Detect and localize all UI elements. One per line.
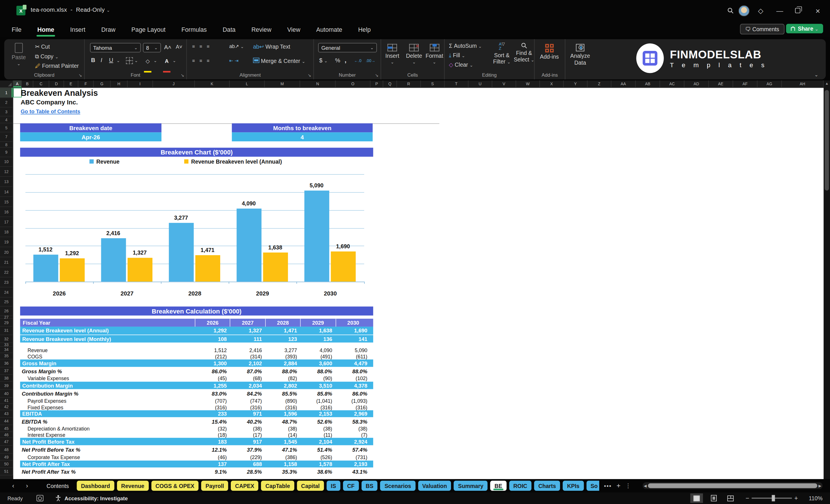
row-header-24[interactable]: 24 xyxy=(0,287,13,297)
wrap-text-button[interactable]: ab↩ Wrap Text xyxy=(253,43,290,50)
row-header-10[interactable]: 10 xyxy=(0,157,13,167)
column-header-G[interactable]: G xyxy=(94,81,111,87)
row-header-34[interactable]: 34 xyxy=(0,347,13,353)
menu-tab-formulas[interactable]: Formulas xyxy=(181,24,208,35)
row-header-42[interactable]: 42 xyxy=(0,404,13,410)
number-format-select[interactable]: General⌄ xyxy=(318,43,377,52)
italic-button[interactable]: I xyxy=(101,57,102,63)
row-header-15[interactable]: 15 xyxy=(0,197,13,207)
column-header-AC[interactable]: AC xyxy=(660,81,684,87)
sheet-tab-dashboard[interactable]: Dashboard xyxy=(77,480,114,491)
sheet-tab-cogs-opex[interactable]: COGS & OPEX xyxy=(151,480,199,491)
column-header-P[interactable]: P xyxy=(371,81,383,87)
row-header-31[interactable]: 31 xyxy=(0,327,13,335)
menu-tab-view[interactable]: View xyxy=(286,24,301,35)
row-header-38[interactable]: 38 xyxy=(0,375,13,382)
menu-tab-insert[interactable]: Insert xyxy=(69,24,86,35)
cut-button[interactable]: ✂ Cut xyxy=(35,43,50,50)
row-header-22[interactable]: 22 xyxy=(0,267,13,278)
zoom-level[interactable]: 110% xyxy=(800,495,823,501)
sheet-tab-roic[interactable]: ROIC xyxy=(509,480,532,491)
sheet-tab-so[interactable]: So xyxy=(586,480,599,491)
title-dropdown-icon[interactable]: ⌄ xyxy=(106,8,110,13)
new-sheet-icon[interactable]: + xyxy=(616,482,620,490)
indent-icons[interactable]: ⇤ ⇥ xyxy=(229,58,238,64)
sheet-tab-cf[interactable]: CF xyxy=(343,480,359,491)
menu-tab-page-layout[interactable]: Page Layout xyxy=(130,24,166,35)
underline-button[interactable]: U xyxy=(109,57,113,63)
sheet-tab-scenarios[interactable]: Scenarios xyxy=(380,480,416,491)
decrease-font-icon[interactable]: A˅ xyxy=(175,44,182,50)
row-header-37[interactable]: 37 xyxy=(0,367,13,375)
column-header-X[interactable]: X xyxy=(540,81,564,87)
row-header-13[interactable]: 13 xyxy=(0,177,13,187)
row-header-51[interactable]: 51 xyxy=(0,468,13,475)
column-header-AA[interactable]: AA xyxy=(611,81,636,87)
column-header-R[interactable]: R xyxy=(397,81,421,87)
row-header-4[interactable]: 4 xyxy=(0,117,13,123)
row-header-18[interactable]: 18 xyxy=(0,227,13,237)
column-header-O[interactable]: O xyxy=(336,81,371,87)
column-header-D[interactable]: D xyxy=(49,81,64,87)
sheet-tab-is[interactable]: IS xyxy=(327,480,340,491)
column-header-Y[interactable]: Y xyxy=(564,81,587,87)
alignment-dialog-launcher[interactable]: ↘ xyxy=(308,73,311,78)
normal-view-button[interactable] xyxy=(690,494,703,503)
sheet-tab-charts[interactable]: Charts xyxy=(534,480,560,491)
column-header-U[interactable]: U xyxy=(469,81,492,87)
sheet-tab-capital[interactable]: Capital xyxy=(297,480,324,491)
column-header-AF[interactable]: AF xyxy=(733,81,757,87)
vertical-scrollbar-thumb[interactable] xyxy=(825,90,829,191)
worksheet[interactable]: Breakeven Analysis ABC Company Inc. Go t… xyxy=(13,88,824,479)
sheet-tab-be[interactable]: BE xyxy=(490,480,507,491)
row-header-20[interactable]: 20 xyxy=(0,247,13,257)
table-of-contents-link[interactable]: Go to Table of Contents xyxy=(21,108,80,114)
column-header-T[interactable]: T xyxy=(445,81,469,87)
column-headers[interactable]: ABCDEFGHIJKLMNOPQRSTUVWXYZAAABACADAEAFAG… xyxy=(13,81,824,88)
fill-color-button[interactable]: ◇ xyxy=(144,56,151,75)
row-header-17[interactable]: 17 xyxy=(0,217,13,227)
row-header-3[interactable]: 3 xyxy=(0,107,13,117)
row-header-41[interactable]: 41 xyxy=(0,398,13,404)
row-header-43[interactable]: 43 xyxy=(0,410,13,418)
column-header-S[interactable]: S xyxy=(421,81,444,87)
restore-button[interactable] xyxy=(789,7,807,14)
addins-button[interactable]: Add-ins xyxy=(540,44,559,60)
format-cells-button[interactable]: Format⌄ xyxy=(425,44,443,65)
delete-cells-button[interactable]: ✕ Delete⌄ xyxy=(406,44,422,65)
font-color-button[interactable]: A xyxy=(163,56,170,75)
column-header-Z[interactable]: Z xyxy=(587,81,611,87)
column-header-K[interactable]: K xyxy=(195,81,230,87)
font-color-dropdown-icon[interactable]: ⌄ xyxy=(172,58,176,63)
find-select-button[interactable]: Find & Select ⌄ xyxy=(513,42,535,62)
sheet-tab-capex[interactable]: CAPEX xyxy=(231,480,259,491)
vertical-scrollbar[interactable]: ▲ xyxy=(824,81,830,479)
share-button[interactable]: ⛫ Share ⌄ xyxy=(786,24,823,33)
zoom-slider[interactable] xyxy=(752,498,792,499)
column-header-AG[interactable]: AG xyxy=(757,81,782,87)
menu-tab-home[interactable]: Home xyxy=(36,24,56,35)
horizontal-align-icons[interactable]: ≡ ≡ ≡ xyxy=(192,58,211,64)
column-header-F[interactable]: F xyxy=(78,81,94,87)
more-sheets-icon[interactable]: ••• xyxy=(604,482,612,489)
row-header-29[interactable]: 29 xyxy=(0,319,13,327)
paste-button[interactable]: Paste⌄ xyxy=(12,43,26,66)
sheet-tab-summary[interactable]: Summary xyxy=(454,480,488,491)
fill-color-dropdown-icon[interactable]: ⌄ xyxy=(154,58,157,63)
clear-button[interactable]: ◇ Clear ⌄ xyxy=(449,62,473,68)
row-header-12[interactable]: 12 xyxy=(0,167,13,177)
row-header-16[interactable]: 16 xyxy=(0,207,13,217)
row-header-39[interactable]: 39 xyxy=(0,382,13,389)
number-dialog-launcher[interactable]: ↘ xyxy=(375,73,378,78)
column-header-Q[interactable]: Q xyxy=(383,81,397,87)
fill-button[interactable]: ⤓ Fill ⌄ xyxy=(449,52,465,59)
sheet-options-icon[interactable]: ⋮ xyxy=(625,482,631,489)
sheet-tab-captable[interactable]: CapTable xyxy=(261,480,294,491)
row-header-7[interactable]: 7 xyxy=(0,132,13,142)
menu-tab-file[interactable]: File xyxy=(10,24,23,35)
zoom-in-icon[interactable]: + xyxy=(792,495,801,502)
row-header-35[interactable]: 35 xyxy=(0,353,13,359)
underline-dropdown-icon[interactable]: ⌄ xyxy=(117,58,120,63)
zoom-out-icon[interactable]: − xyxy=(743,495,752,502)
zoom-slider-thumb[interactable] xyxy=(772,495,775,501)
